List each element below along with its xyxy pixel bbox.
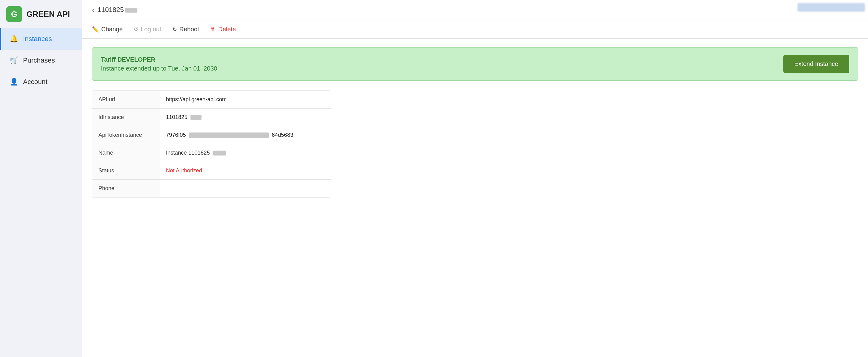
reboot-label: Reboot xyxy=(179,26,199,33)
sidebar-item-purchases[interactable]: 🛒 Purchases xyxy=(0,50,82,71)
sidebar-item-label-instances: Instances xyxy=(23,35,52,43)
logout-label: Log out xyxy=(141,26,161,33)
table-row: IdInstance 1101825 xyxy=(92,108,331,126)
id-instance-redacted xyxy=(190,115,202,120)
name-redacted xyxy=(213,151,226,156)
logo-icon: G xyxy=(6,6,22,22)
api-token-redacted xyxy=(189,132,269,138)
top-right-blur-decoration xyxy=(798,3,865,12)
table-row: API url https://api.green-api.com xyxy=(92,91,331,108)
table-row: Name Instance 1101825 xyxy=(92,144,331,162)
name-value: Instance 1101825 xyxy=(160,144,331,162)
status-label: Status xyxy=(92,162,160,180)
delete-button[interactable]: 🗑 Delete xyxy=(210,26,236,33)
instance-id-header: 1101825 xyxy=(97,6,137,14)
delete-label: Delete xyxy=(218,26,236,33)
purchases-icon: 🛒 xyxy=(10,57,18,64)
table-row: Status Not Authorized xyxy=(92,162,331,180)
phone-label: Phone xyxy=(92,180,160,197)
banner-extended-date: Instance extended up to Tue, Jan 01, 203… xyxy=(101,65,217,72)
id-instance-value: 1101825 xyxy=(160,108,331,126)
logout-icon: ↺ xyxy=(134,26,138,33)
change-button[interactable]: ✏️ Change xyxy=(92,26,123,33)
action-toolbar: ✏️ Change ↺ Log out ↻ Reboot 🗑 Delete xyxy=(82,20,868,39)
banner-text: Tariff DEVELOPER Instance extended up to… xyxy=(101,56,217,72)
extend-instance-button[interactable]: Extend Instance xyxy=(783,55,849,73)
change-icon: ✏️ xyxy=(92,26,99,33)
reboot-button[interactable]: ↻ Reboot xyxy=(173,26,199,33)
logo-area: G GREEN API xyxy=(0,0,82,28)
detail-table: API url https://api.green-api.com IdInst… xyxy=(92,91,331,197)
content-area: Tariff DEVELOPER Instance extended up to… xyxy=(82,39,868,357)
api-token-value: 7976f0564d5683 xyxy=(160,126,331,144)
api-url-label: API url xyxy=(92,91,160,108)
id-instance-label: IdInstance xyxy=(92,108,160,126)
change-label: Change xyxy=(101,26,123,33)
logo-text: GREEN API xyxy=(26,9,70,19)
sidebar-item-account[interactable]: 👤 Account xyxy=(0,71,82,93)
delete-icon: 🗑 xyxy=(210,26,216,33)
table-row: Phone xyxy=(92,180,331,197)
instances-icon: 🔔 xyxy=(10,35,18,43)
sidebar-item-instances[interactable]: 🔔 Instances xyxy=(0,28,82,50)
sidebar-item-label-account: Account xyxy=(23,78,48,86)
instance-id-redacted xyxy=(125,8,137,12)
back-arrow-icon: ‹ xyxy=(92,5,94,14)
name-label: Name xyxy=(92,144,160,162)
phone-value xyxy=(160,180,331,197)
account-icon: 👤 xyxy=(10,78,18,86)
logout-button[interactable]: ↺ Log out xyxy=(134,26,161,33)
table-row: ApiTokenInstance 7976f0564d5683 xyxy=(92,126,331,144)
top-bar: ‹ 1101825 xyxy=(82,0,868,20)
banner-tariff: Tariff DEVELOPER xyxy=(101,56,217,63)
back-button[interactable]: ‹ 1101825 xyxy=(92,5,137,14)
sidebar: G GREEN API 🔔 Instances 🛒 Purchases 👤 Ac… xyxy=(0,0,82,357)
sidebar-item-label-purchases: Purchases xyxy=(23,57,55,64)
info-banner: Tariff DEVELOPER Instance extended up to… xyxy=(92,47,858,81)
main-content: ‹ 1101825 ✏️ Change ↺ Log out ↻ Reboot 🗑… xyxy=(82,0,868,357)
reboot-icon: ↻ xyxy=(173,26,177,33)
api-url-value: https://api.green-api.com xyxy=(160,91,331,108)
api-token-label: ApiTokenInstance xyxy=(92,126,160,144)
status-value: Not Authorized xyxy=(160,162,331,180)
